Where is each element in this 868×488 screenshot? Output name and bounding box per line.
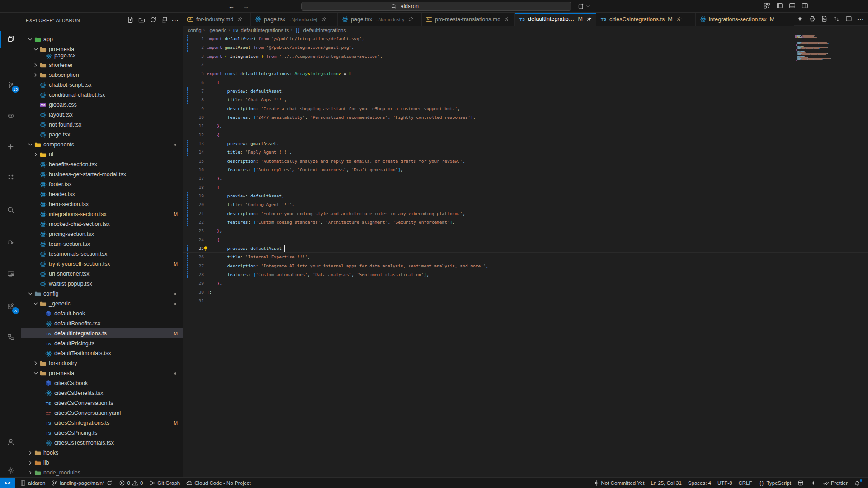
status-cursor-position[interactable]: Ln 25, Col 31: [647, 478, 684, 488]
status-eol[interactable]: CRLF: [736, 478, 755, 488]
tree-item[interactable]: default.book: [21, 309, 183, 319]
activity-robot[interactable]: [1, 107, 20, 125]
tree-item[interactable]: chatbot-script.tsx: [21, 80, 183, 90]
tab-page.tsx[interactable]: page.tsx ...\[shortcode]: [251, 13, 338, 26]
activity-search[interactable]: [1, 201, 20, 219]
command-center-search[interactable]: aldaron: [301, 2, 571, 11]
pin-icon[interactable]: [676, 16, 682, 22]
activity-diamonds[interactable]: [1, 168, 20, 186]
status-remote-indicator[interactable]: ><: [0, 478, 15, 488]
tree-item[interactable]: team-section.tsx: [21, 239, 183, 249]
tree-item[interactable]: pricing-section.tsx: [21, 229, 183, 239]
split-button[interactable]: [845, 15, 852, 23]
tab-defaultIntegrations.ts[interactable]: TS defaultIntegrations.ts M: [515, 13, 596, 26]
tree-item[interactable]: testimonials-section.tsx: [21, 249, 183, 259]
activity-files[interactable]: [1, 30, 20, 48]
status-indentation[interactable]: Spaces: 4: [685, 478, 714, 488]
refresh-button[interactable]: [149, 16, 156, 25]
tree-item[interactable]: benefits-section.tsx: [21, 160, 183, 169]
tree-item[interactable]: citiesCsTestimonials.tsx: [21, 438, 183, 448]
tree-item[interactable]: citiesCs.book: [21, 378, 183, 388]
status-git-graph[interactable]: Git Graph: [146, 478, 183, 488]
tree-item[interactable]: footer.tsx: [21, 179, 183, 189]
panel-right-button[interactable]: [801, 2, 808, 11]
tree-item[interactable]: shortener: [21, 60, 183, 70]
tree-item[interactable]: lib: [21, 458, 183, 468]
tree-item[interactable]: config: [21, 289, 183, 299]
status-commit-status[interactable]: Not Committed Yet: [590, 478, 648, 488]
tree-item[interactable]: business-get-started-modal.tsx: [21, 169, 183, 179]
tree-item[interactable]: page.tsx: [21, 54, 183, 60]
search-doc-button[interactable]: [821, 15, 828, 23]
tree-item[interactable]: try-it-yourself-section.tsx M: [21, 259, 183, 269]
activity-hierarchy[interactable]: [1, 328, 20, 346]
tab-page.tsx[interactable]: page.tsx ...\for-industry: [338, 13, 422, 26]
tree-item[interactable]: page.tsx: [21, 130, 183, 140]
changes-button[interactable]: [833, 15, 840, 23]
tree-item[interactable]: subscription: [21, 70, 183, 80]
panel-bottom-button[interactable]: [788, 2, 796, 11]
tree-item[interactable]: not-found.tsx: [21, 120, 183, 130]
tree-item[interactable]: app: [21, 34, 183, 44]
copilot-menu-button[interactable]: [577, 2, 590, 9]
tab-citiesCsIntegrations.ts[interactable]: TS citiesCsIntegrations.ts M: [596, 13, 696, 26]
more-button[interactable]: ···: [172, 17, 179, 24]
tree-item[interactable]: conditional-chatbot.tsx: [21, 90, 183, 100]
tree-item[interactable]: css globals.css: [21, 100, 183, 110]
activity-remote-monitor[interactable]: [1, 265, 20, 283]
panel-left-button[interactable]: [776, 2, 783, 11]
printer-button[interactable]: [808, 15, 816, 23]
tab-for-industry.md[interactable]: M↓ for-industry.md: [183, 13, 251, 26]
status-copilot-status[interactable]: [807, 478, 820, 488]
tab-pro-mesta-translations.md[interactable]: M↓ pro-mesta-translations.md: [422, 13, 515, 26]
new-folder-button[interactable]: [138, 16, 145, 25]
pin-icon[interactable]: [504, 16, 510, 22]
tree-item[interactable]: pro-mesta: [21, 44, 183, 54]
new-file-button[interactable]: [127, 16, 134, 25]
tree-item[interactable]: components: [21, 140, 183, 150]
pin-icon[interactable]: [321, 16, 327, 22]
forward-icon[interactable]: →: [243, 3, 249, 10]
activity-source-control[interactable]: 13: [1, 76, 20, 94]
activity-debug[interactable]: [1, 233, 20, 251]
tree-item[interactable]: ui: [21, 150, 183, 160]
breadcrumb-item[interactable]: _generic: [207, 28, 226, 33]
lightbulb-icon[interactable]: [203, 246, 208, 251]
breadcrumb-item[interactable]: [ ]defaultIntegrations: [294, 27, 346, 34]
pin-icon[interactable]: [237, 16, 243, 22]
tree-item[interactable]: mocked-chat-section.tsx: [21, 219, 183, 229]
breadcrumb-item[interactable]: config: [188, 28, 202, 33]
status-language[interactable]: { }TypeScript: [755, 478, 794, 488]
tree-item[interactable]: citiesCsBenefits.tsx: [21, 388, 183, 398]
code-editor[interactable]: 1 import defaultAsset from '@/public/int…: [183, 34, 868, 477]
more-button[interactable]: ···: [857, 16, 864, 23]
tree-item[interactable]: defaultBenefits.tsx: [21, 319, 183, 328]
status-cloud-code[interactable]: Cloud Code - No Project: [183, 478, 254, 488]
tree-item[interactable]: _generic: [21, 299, 183, 309]
status-project[interactable]: aldaron: [17, 478, 48, 488]
status-problems[interactable]: 00: [116, 478, 146, 488]
tree-item[interactable]: TS defaultIntegrations.ts M: [21, 328, 183, 338]
tree-item[interactable]: hooks: [21, 448, 183, 458]
tree-item[interactable]: citiesCsConversation.yaml: [21, 408, 183, 418]
pin-icon[interactable]: [408, 16, 414, 22]
back-icon[interactable]: ←: [228, 3, 235, 10]
minimap[interactable]: [795, 35, 863, 216]
tree-item[interactable]: TS citiesCsConversation.ts: [21, 398, 183, 408]
tree-item[interactable]: layout.tsx: [21, 110, 183, 120]
status-encoding[interactable]: UTF-8: [714, 478, 736, 488]
status-git-branch[interactable]: landing-page/main*: [48, 478, 116, 488]
tree-item[interactable]: header.tsx: [21, 189, 183, 199]
tree-item[interactable]: for-industry: [21, 358, 183, 368]
activity-gear[interactable]: [1, 461, 20, 479]
activity-sparkle[interactable]: [1, 137, 20, 155]
tree-item[interactable]: TS citiesCsPricing.ts: [21, 428, 183, 438]
tree-item[interactable]: url-shortener.tsx: [21, 269, 183, 279]
status-notifications[interactable]: [851, 478, 863, 488]
tree-item[interactable]: node_modules: [21, 468, 183, 477]
status-browser-preview[interactable]: [794, 478, 807, 488]
status-prettier[interactable]: Prettier: [820, 478, 851, 488]
activity-account[interactable]: [1, 433, 20, 451]
tree-item[interactable]: pro-mesta: [21, 368, 183, 378]
collapse-all-button[interactable]: [160, 16, 168, 25]
